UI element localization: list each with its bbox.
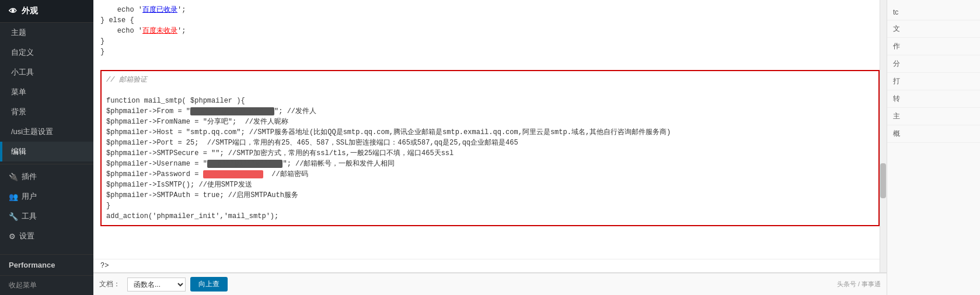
right-panel-item-label: 转 xyxy=(893,94,900,103)
right-panel-item-tc[interactable]: tc xyxy=(887,5,980,20)
sidebar-item-label: 工具 xyxy=(22,211,37,222)
right-panel-item-fen[interactable]: 分 xyxy=(887,55,980,73)
sidebar-item-label: 插件 xyxy=(22,171,37,182)
host-line: $phpmailer->Host = "smtp.qq.com"; //SMTP… xyxy=(106,127,874,138)
php-close-line: ?> xyxy=(93,259,887,272)
right-panel-item-gai[interactable]: 概 xyxy=(887,125,980,143)
right-panel-item-zhuan[interactable]: 转 xyxy=(887,90,980,108)
sidebar-item-tools[interactable]: 🔧 工具 xyxy=(0,206,93,226)
right-panel-item-da[interactable]: 打 xyxy=(887,73,980,90)
right-panel-item-label: 概 xyxy=(893,129,900,138)
sidebar-item-label: 自定义 xyxy=(11,48,34,57)
sidebar-item-plugins[interactable]: 🔌 插件 xyxy=(0,167,93,187)
collapse-menu-button[interactable]: 收起菜单 xyxy=(0,275,93,295)
close-brace: } xyxy=(106,201,874,211)
tools-icon: 🔧 xyxy=(9,212,18,221)
right-panel-item-label: 作 xyxy=(893,42,900,50)
code-line-1: echo '百度已收录'; xyxy=(100,5,880,15)
code-line-2: } else { xyxy=(100,15,880,26)
right-panel-item-wen[interactable]: 文 xyxy=(887,20,980,38)
sidebar: 👁 外观 主题 自定义 小工具 菜单 背景 /usi主题设置 编辑 🔌 插件 👥… xyxy=(0,0,93,295)
issmtp-line: $phpmailer->IsSMTP(); //使用SMTP发送 xyxy=(106,180,874,190)
settings-icon: ⚙ xyxy=(9,232,16,241)
sidebar-header[interactable]: 👁 外观 xyxy=(0,0,93,23)
code-editor[interactable]: echo '百度已收录'; } else { echo '百度未收录'; } }… xyxy=(93,0,887,259)
sidebar-item-background[interactable]: 背景 xyxy=(0,102,93,122)
right-panel: tc 文 作 分 打 转 主 概 xyxy=(887,0,980,295)
function-select[interactable]: 函数名... xyxy=(127,278,186,292)
code-line-5: } xyxy=(100,47,880,57)
plugin-icon: 🔌 xyxy=(9,173,18,181)
sidebar-item-usi[interactable]: /usi主题设置 xyxy=(0,122,93,142)
sidebar-item-label: 编辑 xyxy=(11,147,26,156)
editor-area: echo '百度已收录'; } else { echo '百度未收录'; } }… xyxy=(93,0,887,272)
performance-item[interactable]: Performance xyxy=(0,255,93,275)
highlighted-email-section: // 邮箱验证 function mail_smtp( $phpmailer )… xyxy=(100,70,880,226)
sidebar-item-label: 用户 xyxy=(22,191,37,202)
username-line: $phpmailer->Username = "a***@i***e***"; … xyxy=(106,159,874,169)
add-action-line: add_action('phpmailer_init','mail_smtp')… xyxy=(106,211,874,222)
sidebar-item-settings[interactable]: ⚙ 设置 xyxy=(0,226,93,246)
appearance-icon: 👁 xyxy=(9,6,17,16)
sidebar-item-widgets[interactable]: 小工具 xyxy=(0,62,93,82)
smtpauth-line: $phpmailer->SMTPAuth = true; //启用SMTPAut… xyxy=(106,190,874,201)
sidebar-bottom: Performance 收起菜单 xyxy=(0,254,93,295)
port-line: $phpmailer->Port = 25; //SMTP端口，常用的有25、4… xyxy=(106,138,874,148)
sidebar-item-label: 菜单 xyxy=(11,87,26,96)
sidebar-item-customize[interactable]: 自定义 xyxy=(0,43,93,62)
right-panel-item-label: 主 xyxy=(893,112,900,120)
right-panel-item-zhu[interactable]: 主 xyxy=(887,108,980,125)
sidebar-item-label: 主题 xyxy=(11,28,26,37)
sidebar-item-label: 小工具 xyxy=(11,68,34,76)
bottom-toolbar: 文档： 函数名... 向上查 头条号 / 事事通 xyxy=(93,272,887,295)
right-panel-item-label: 打 xyxy=(893,77,900,85)
collapse-label: 收起菜单 xyxy=(9,281,37,289)
doc-label: 文档： xyxy=(99,279,120,289)
right-panel-item-zuo[interactable]: 作 xyxy=(887,38,980,55)
sidebar-header-label: 外观 xyxy=(22,6,38,16)
sidebar-item-editor[interactable]: 编辑 xyxy=(0,142,93,161)
search-up-button[interactable]: 向上查 xyxy=(190,277,228,292)
sidebar-item-menus[interactable]: 菜单 xyxy=(0,82,93,102)
watermark: 头条号 / 事事通 xyxy=(837,280,881,289)
code-line-4: } xyxy=(100,36,880,47)
fromname-line: $phpmailer->FromName = "分享吧"; //发件人昵称 xyxy=(106,117,874,127)
sidebar-divider xyxy=(0,164,93,164)
php-close-tag: ?> xyxy=(100,262,109,270)
sidebar-item-theme[interactable]: 主题 xyxy=(0,23,93,43)
sidebar-item-label: /usi主题设置 xyxy=(11,127,53,136)
password-line: $phpmailer->Password = ●●●●●● //邮箱密码 xyxy=(106,169,874,180)
sidebar-item-users[interactable]: 👥 用户 xyxy=(0,187,93,206)
right-panel-item-label: 文 xyxy=(893,24,900,33)
comment-email: // 邮箱验证 xyxy=(106,75,874,85)
editor-scrollbar[interactable] xyxy=(880,0,887,272)
sidebar-item-label: 背景 xyxy=(11,107,26,116)
right-panel-item-label: tc xyxy=(893,8,898,16)
code-line-3: echo '百度未收录'; xyxy=(100,26,880,36)
right-panel-item-label: 分 xyxy=(893,59,900,68)
from-line: $phpmailer->From = "a****@iisutw***"; //… xyxy=(106,106,874,117)
func-line: function mail_smtp( $phpmailer ){ xyxy=(106,96,874,106)
main-content: echo '百度已收录'; } else { echo '百度未收录'; } }… xyxy=(93,0,887,295)
smtpsecure-line: $phpmailer->SMTPSecure = ""; //SMTP加密方式，… xyxy=(106,148,874,159)
sidebar-item-label: 设置 xyxy=(19,231,34,241)
users-icon: 👥 xyxy=(9,192,18,201)
scrollbar-thumb[interactable] xyxy=(880,163,886,198)
performance-label: Performance xyxy=(9,261,55,269)
